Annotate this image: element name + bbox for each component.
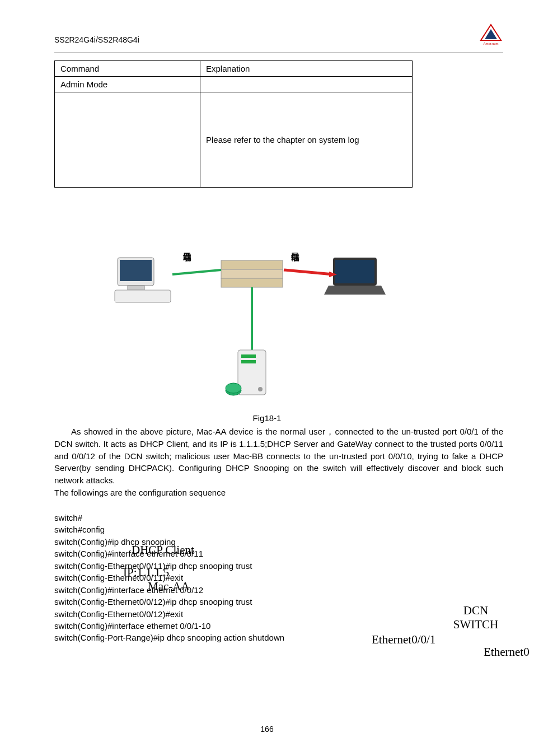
cfg-line: switch(Config)#interface ethernet 0/0/1-… bbox=[54, 620, 284, 632]
cell-empty bbox=[200, 77, 413, 92]
config-block: switch# switch#config switch(Config)#ip … bbox=[54, 512, 284, 644]
figure-caption: Fig18-1 bbox=[0, 413, 534, 423]
cfg-line: switch#config bbox=[54, 524, 284, 535]
model-label: SS2R24G4i/SS2R48G4i bbox=[54, 35, 139, 44]
amer-logo: Amer.com bbox=[479, 29, 503, 50]
svg-point-19 bbox=[226, 383, 241, 393]
overlay-eth1: Ethernet0/0/1 bbox=[372, 633, 435, 647]
cell-syslog: Please refer to the chapter on system lo… bbox=[200, 92, 413, 188]
cfg-line: switch(Config-Ethernet0/0/12)#ip dhcp sn… bbox=[54, 596, 284, 608]
svg-text:Amer.com: Amer.com bbox=[483, 42, 498, 45]
cfg-line: switch# bbox=[54, 512, 284, 524]
overlay-mac: Mac-AA bbox=[148, 580, 190, 594]
svg-line-11 bbox=[284, 270, 333, 274]
svg-rect-16 bbox=[241, 360, 256, 363]
svg-rect-6 bbox=[335, 260, 374, 283]
cfg-line: switch(Config-Ethernet0/0/11)#ip dhcp sn… bbox=[54, 560, 284, 572]
svg-rect-2 bbox=[120, 260, 152, 281]
overlay-dcn: DCN bbox=[463, 604, 488, 617]
page-header: SS2R24G4i/SS2R48G4i Amer.com bbox=[54, 29, 503, 53]
description-paragraph: As showed in the above picture, Mac-AA d… bbox=[54, 426, 503, 499]
topology-diagram: 口端功导非 非信任端口 bbox=[112, 246, 403, 403]
overlay-switch: SWITCH bbox=[453, 618, 499, 631]
overlay-dhcp-client: DHCP Client bbox=[132, 543, 194, 557]
overlay-dcn-switch: DCN SWITCH bbox=[442, 604, 509, 632]
para-text-1: As showed in the above picture, Mac-AA d… bbox=[54, 426, 503, 487]
cfg-line: switch(Config-Port-Range)#ip dhcp snoopi… bbox=[54, 632, 284, 643]
svg-point-17 bbox=[258, 387, 263, 391]
svg-line-10 bbox=[172, 270, 221, 274]
th-explanation: Explanation bbox=[200, 61, 413, 77]
cfg-line: switch(Config-Ethernet0/0/12)#exit bbox=[54, 608, 284, 620]
page-number: 166 bbox=[0, 725, 534, 734]
th-command: Command bbox=[55, 61, 200, 77]
svg-rect-3 bbox=[128, 286, 144, 290]
cell-admin-mode: Admin Mode bbox=[55, 77, 200, 92]
overlay-ip: IP:1.1.1.5 bbox=[123, 566, 169, 580]
svg-rect-9 bbox=[221, 278, 283, 287]
svg-rect-7 bbox=[221, 260, 283, 269]
svg-rect-15 bbox=[241, 354, 256, 358]
overlay-eth0: Ethernet0 bbox=[484, 645, 530, 659]
para-text-2: The followings are the configuration seq… bbox=[54, 488, 226, 497]
command-table: Command Explanation Admin Mode Please re… bbox=[54, 60, 413, 188]
svg-rect-8 bbox=[221, 269, 283, 278]
svg-rect-4 bbox=[115, 290, 171, 302]
cell-left-empty bbox=[55, 92, 200, 188]
